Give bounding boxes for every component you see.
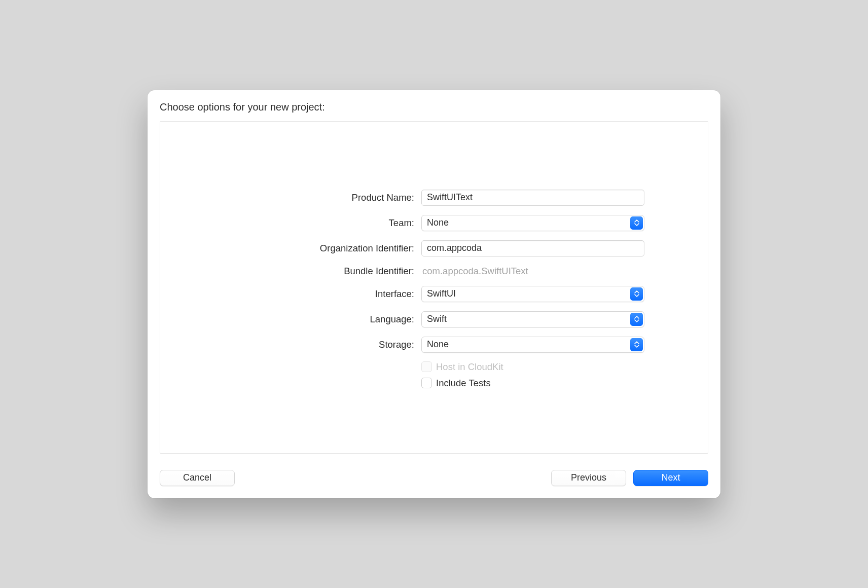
interface-label: Interface:	[219, 288, 421, 300]
language-label: Language:	[219, 314, 421, 325]
host-cloudkit-label: Host in CloudKit	[436, 361, 503, 373]
include-tests-checkbox[interactable]	[421, 378, 432, 388]
storage-select[interactable]: None	[421, 337, 644, 353]
interface-select[interactable]: SwiftUI	[421, 286, 644, 302]
form-area: Product Name: Team: None Organization Id…	[160, 121, 708, 454]
dialog-footer: Cancel Previous Next	[160, 470, 708, 486]
storage-label: Storage:	[219, 339, 421, 350]
product-name-input[interactable]	[421, 190, 644, 206]
bundle-identifier-value: com.appcoda.SwiftUIText	[421, 266, 644, 277]
dialog-title: Choose options for your new project:	[160, 101, 708, 113]
product-name-label: Product Name:	[219, 192, 421, 203]
previous-button[interactable]: Previous	[551, 470, 626, 486]
org-identifier-input[interactable]	[421, 240, 644, 256]
language-select-value: Swift	[427, 314, 447, 324]
storage-select-value: None	[427, 339, 449, 350]
updown-icon	[630, 313, 643, 326]
cancel-button[interactable]: Cancel	[160, 470, 235, 486]
updown-icon	[630, 287, 643, 301]
interface-select-value: SwiftUI	[427, 288, 456, 299]
updown-icon	[630, 216, 643, 230]
updown-icon	[630, 338, 643, 351]
org-identifier-label: Organization Identifier:	[219, 243, 421, 254]
bundle-identifier-label: Bundle Identifier:	[219, 266, 421, 277]
language-select[interactable]: Swift	[421, 311, 644, 327]
team-select[interactable]: None	[421, 215, 644, 231]
next-button[interactable]: Next	[633, 470, 708, 486]
team-label: Team:	[219, 217, 421, 229]
host-cloudkit-checkbox	[421, 361, 432, 372]
include-tests-label: Include Tests	[436, 378, 491, 389]
new-project-dialog: Choose options for your new project: Pro…	[148, 90, 720, 498]
team-select-value: None	[427, 217, 449, 228]
